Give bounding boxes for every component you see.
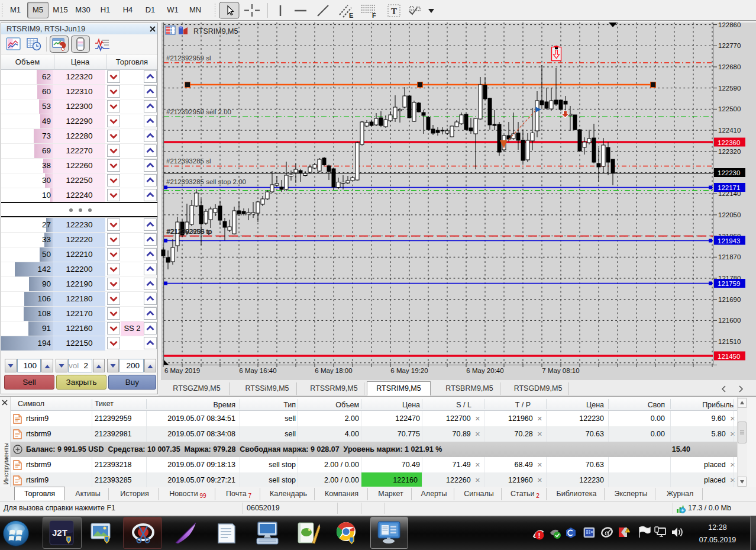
svg-text:122360: 122360 — [718, 139, 740, 146]
svg-text:122230: 122230 — [718, 169, 740, 176]
svg-text:121450: 121450 — [718, 353, 740, 360]
svg-text:122410: 122410 — [718, 127, 741, 134]
svg-text:6 May 2019: 6 May 2019 — [164, 367, 200, 374]
svg-text:121870: 121870 — [718, 253, 741, 260]
svg-text:J2T: J2T — [52, 528, 67, 538]
svg-text:122171: 122171 — [718, 184, 740, 191]
svg-text:6 May 16:40: 6 May 16:40 — [239, 367, 276, 374]
svg-text:#212392959 sell 2.00: #212392959 sell 2.00 — [166, 108, 231, 115]
svg-text:#212393285 sl: #212393285 sl — [166, 157, 211, 165]
svg-text:122590: 122590 — [718, 85, 741, 92]
svg-text:121510: 121510 — [718, 338, 741, 345]
svg-text:F: F — [372, 12, 376, 19]
svg-text:7 May 08:10: 7 May 08:10 — [542, 367, 579, 374]
svg-text:122320: 122320 — [718, 148, 741, 155]
svg-text:122680: 122680 — [718, 63, 741, 70]
svg-text:122860: 122860 — [718, 22, 741, 28]
svg-text:121759: 121759 — [718, 280, 740, 287]
svg-text:6 May 19:20: 6 May 19:20 — [390, 367, 428, 374]
svg-text:T: T — [391, 7, 397, 16]
svg-text:122500: 122500 — [718, 105, 741, 112]
svg-text:6 May 20:40: 6 May 20:40 — [466, 367, 503, 374]
svg-text:121943: 121943 — [718, 237, 740, 245]
svg-text:121690: 121690 — [718, 296, 741, 303]
svg-text:E: E — [349, 12, 353, 19]
svg-text:122050: 122050 — [718, 211, 741, 218]
svg-text:RTSRIM9,M5: RTSRIM9,M5 — [193, 27, 238, 36]
svg-text:#212392959 sl: #212392959 sl — [166, 54, 211, 62]
svg-text:121600: 121600 — [718, 317, 741, 324]
svg-text:#212393285 tp: #212393285 tp — [167, 228, 212, 235]
svg-text:#212393285 sell stop 2.00: #212393285 sell stop 2.00 — [166, 178, 246, 185]
svg-text:6 May 18:00: 6 May 18:00 — [315, 367, 352, 374]
svg-text:!: ! — [538, 532, 541, 540]
svg-text:122770: 122770 — [718, 42, 741, 49]
